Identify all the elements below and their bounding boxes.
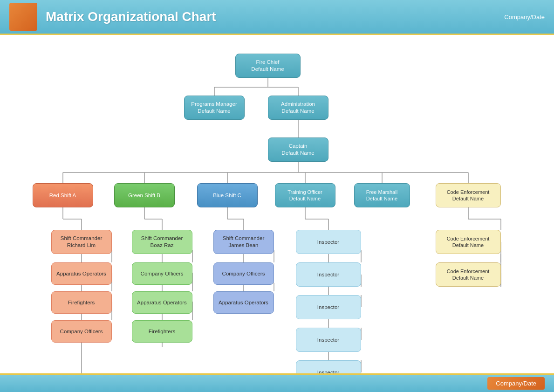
red-shift-commander-label: Shift Commander Richard Lim (61, 235, 102, 249)
green-apparatus-label: Apparatus Operators (137, 299, 187, 306)
green-shift-label: Green Shift B (128, 192, 160, 199)
green-shift-box: Green Shift B (114, 183, 175, 207)
green-firefighters-box: Firefighters (132, 320, 192, 343)
header: Matrix Organizational Chart Company/Date (0, 0, 554, 35)
red-company-officers-box: Company Officers (51, 320, 112, 343)
footer-date-label: Company/Date (496, 380, 536, 387)
blue-apparatus-label: Apparatus Operators (219, 299, 268, 306)
green-firefighters-label: Firefighters (149, 328, 176, 335)
code-enforcement-top-label: Code Enforcement Default Name (447, 189, 490, 202)
captain-label: Captain Default Name (281, 143, 314, 157)
code-enforcement2-label: Code Enforcement Default Name (447, 268, 490, 282)
captain-box: Captain Default Name (268, 138, 328, 162)
red-apparatus-box: Apparatus Operators (51, 262, 112, 285)
programs-manager-label: Programs Manager Default Name (191, 101, 237, 115)
red-firefighters-box: Firefighters (51, 291, 112, 314)
green-shift-commander-box: Shift Commander Boaz Raz (132, 230, 192, 254)
green-shift-commander-label: Shift Commander Boaz Raz (141, 235, 183, 249)
blue-company-officers-box: Company Officers (213, 262, 274, 285)
free-marshall-label: Free Marshall Default Name (366, 189, 397, 202)
footer: Company/Date (0, 373, 554, 392)
inspector1-label: Inspector (317, 239, 339, 246)
inspector1-box: Inspector (296, 230, 361, 254)
code-enforcement-top-box: Code Enforcement Default Name (436, 183, 501, 207)
inspector3-label: Inspector (317, 304, 339, 311)
inspector2-box: Inspector (296, 262, 361, 287)
administration-label: Administration Default Name (281, 101, 315, 115)
blue-shift-box: Blue Shift C (197, 183, 258, 207)
code-enforcement1-box: Code Enforcement Default Name (436, 230, 501, 254)
code-enforcement2-box: Code Enforcement Default Name (436, 262, 501, 287)
training-officer-box: Training Officer Default Name (275, 183, 335, 207)
programs-manager-box: Programs Manager Default Name (184, 96, 245, 120)
red-apparatus-label: Apparatus Operators (56, 270, 106, 277)
red-company-officers-label: Company Officers (60, 328, 103, 335)
red-shift-commander-box: Shift Commander Richard Lim (51, 230, 112, 254)
red-shift-box: Red Shift A (33, 183, 93, 207)
chart-area: Fire Chief Default Name Programs Manager… (0, 35, 554, 392)
blue-shift-label: Blue Shift C (213, 192, 241, 199)
fire-chief-label: Fire Chief Default Name (251, 59, 284, 73)
header-title: Matrix Organizational Chart (46, 9, 216, 24)
blue-company-officers-label: Company Officers (222, 270, 265, 277)
free-marshall-box: Free Marshall Default Name (354, 183, 410, 207)
red-shift-label: Red Shift A (49, 192, 76, 199)
inspector3-box: Inspector (296, 295, 361, 319)
inspector2-label: Inspector (317, 271, 339, 278)
fire-chief-box: Fire Chief Default Name (235, 54, 301, 78)
administration-box: Administration Default Name (268, 96, 328, 120)
green-apparatus-box: Apparatus Operators (132, 291, 192, 314)
header-logo (9, 3, 37, 31)
footer-date-badge: Company/Date (487, 377, 545, 390)
code-enforcement1-label: Code Enforcement Default Name (447, 235, 490, 249)
training-officer-label: Training Officer Default Name (287, 189, 322, 202)
header-company-date: Company/Date (504, 14, 545, 21)
green-company-officers-label: Company Officers (141, 270, 184, 277)
green-company-officers-box: Company Officers (132, 262, 192, 285)
inspector4-label: Inspector (317, 337, 339, 344)
chart-container: Fire Chief Default Name Programs Manager… (7, 44, 547, 392)
inspector4-box: Inspector (296, 328, 361, 352)
blue-shift-commander-box: Shift Commander James Bean (213, 230, 274, 254)
red-firefighters-label: Firefighters (68, 299, 95, 306)
blue-shift-commander-label: Shift Commander James Bean (223, 235, 264, 249)
blue-apparatus-box: Apparatus Operators (213, 291, 274, 314)
